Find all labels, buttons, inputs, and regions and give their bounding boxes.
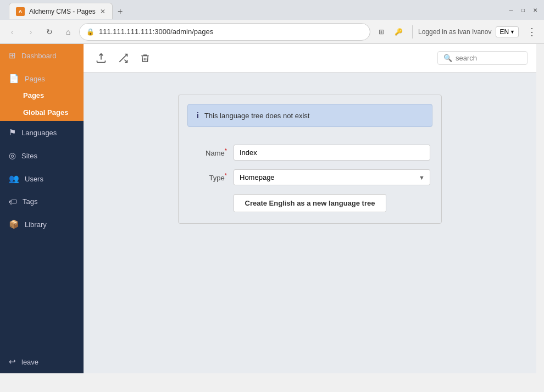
translate-icon[interactable]: ⊞	[374, 24, 389, 40]
form-actions: Create English as a new language tree	[190, 194, 430, 212]
sidebar-item-label: Sites	[21, 152, 37, 160]
form-area: i This language tree does not exist Name…	[84, 73, 536, 246]
sidebar-item-languages[interactable]: ⚑ Languages	[0, 121, 84, 144]
sidebar-item-sites[interactable]: ◎ Sites	[0, 144, 84, 167]
search-icon: 🔍	[443, 54, 452, 62]
toolbar: 🔍	[84, 44, 536, 73]
close-button[interactable]: ✕	[531, 5, 540, 14]
main-content: 🔍 i This language tree does not exist Na…	[84, 44, 536, 373]
lock-icon: 🔒	[86, 28, 95, 36]
sidebar-item-label: leave	[21, 358, 38, 366]
language-label: EN	[499, 28, 509, 36]
sites-icon: ◎	[9, 151, 16, 161]
sidebar-item-pages-sub[interactable]: Pages	[0, 87, 84, 104]
tags-icon: 🏷	[9, 197, 17, 206]
refresh-button[interactable]: ↻	[42, 24, 57, 40]
logged-in-label: Logged in as Ivan Ivanov	[418, 28, 491, 36]
language-selector[interactable]: EN ▼	[496, 26, 519, 37]
pages-icon: 📄	[9, 74, 19, 84]
sidebar-item-label: Languages	[21, 129, 57, 137]
sidebar-item-label: Users	[25, 175, 43, 183]
sidebar-item-pages[interactable]: 📄 Pages	[0, 67, 84, 87]
address-bar[interactable]: 🔒 111.111.111.111:3000/admin/pages	[79, 23, 370, 41]
dashboard-icon: ⊞	[9, 51, 16, 60]
form-card: i This language tree does not exist Name…	[178, 95, 442, 224]
maximize-button[interactable]: □	[519, 5, 528, 14]
type-label: Type*	[190, 172, 234, 182]
name-label: Name*	[190, 147, 234, 157]
sidebar-item-label: Tags	[23, 197, 37, 206]
tab-close-button[interactable]: ✕	[100, 8, 106, 15]
library-icon: 📦	[9, 219, 19, 229]
tab-favicon: A	[16, 7, 25, 16]
back-button[interactable]: ‹	[4, 24, 20, 40]
sidebar: ⊞ Dashboard 📄 Pages Pages Global Pages ⚑…	[0, 44, 84, 373]
form-body: Name* Type* Homepage Standard Layout	[179, 136, 441, 223]
scrollbar-track[interactable]	[536, 44, 544, 373]
sidebar-submenu: Pages Global Pages	[0, 87, 84, 121]
sidebar-bottom: ↩ leave	[0, 350, 84, 373]
sidebar-item-users[interactable]: 👥 Users	[0, 167, 84, 190]
languages-icon: ⚑	[9, 128, 16, 137]
users-icon: 👥	[9, 174, 19, 184]
new-tab-button[interactable]: +	[113, 4, 128, 19]
home-button[interactable]: ⌂	[60, 24, 76, 40]
leave-icon: ↩	[9, 357, 16, 367]
type-select-wrap: Homepage Standard Layout ▼	[234, 169, 430, 185]
sidebar-item-tags[interactable]: 🏷 Tags	[0, 190, 84, 213]
required-marker-type: *	[225, 172, 227, 179]
trash-button[interactable]	[136, 49, 154, 67]
sidebar-item-global-pages[interactable]: Global Pages	[0, 104, 84, 121]
forward-button[interactable]: ›	[23, 24, 38, 40]
name-input[interactable]	[234, 145, 430, 161]
required-marker: *	[225, 147, 227, 154]
sidebar-item-label: Dashboard	[21, 52, 57, 60]
alert-message: This language tree does not exist	[204, 112, 310, 120]
browser-tab[interactable]: A Alchemy CMS - Pages ✕	[9, 3, 113, 19]
sidebar-item-library[interactable]: 📦 Library	[0, 213, 84, 236]
upload-button[interactable]	[92, 49, 110, 67]
alert-info: i This language tree does not exist	[187, 104, 432, 127]
type-row: Type* Homepage Standard Layout ▼	[190, 169, 430, 185]
info-icon: i	[197, 111, 199, 120]
sidebar-item-label: Library	[25, 220, 47, 229]
search-input[interactable]	[456, 54, 521, 62]
minimize-button[interactable]: ─	[507, 5, 515, 14]
sidebar-item-leave[interactable]: ↩ leave	[0, 350, 84, 373]
type-select[interactable]: Homepage Standard Layout	[234, 169, 430, 185]
name-row: Name*	[190, 145, 430, 161]
tab-title: Alchemy CMS - Pages	[29, 8, 96, 15]
create-language-tree-button[interactable]: Create English as a new language tree	[234, 194, 387, 212]
chevron-down-icon: ▼	[510, 29, 515, 35]
url-text: 111.111.111.111:3000/admin/pages	[99, 27, 363, 36]
more-options-button[interactable]: ⋮	[524, 24, 540, 40]
key-icon[interactable]: 🔑	[391, 24, 407, 40]
search-box[interactable]: 🔍	[437, 51, 528, 65]
sidebar-item-dashboard[interactable]: ⊞ Dashboard	[0, 44, 84, 67]
shuffle-button[interactable]	[114, 49, 132, 67]
sidebar-item-label: Pages	[25, 75, 45, 83]
